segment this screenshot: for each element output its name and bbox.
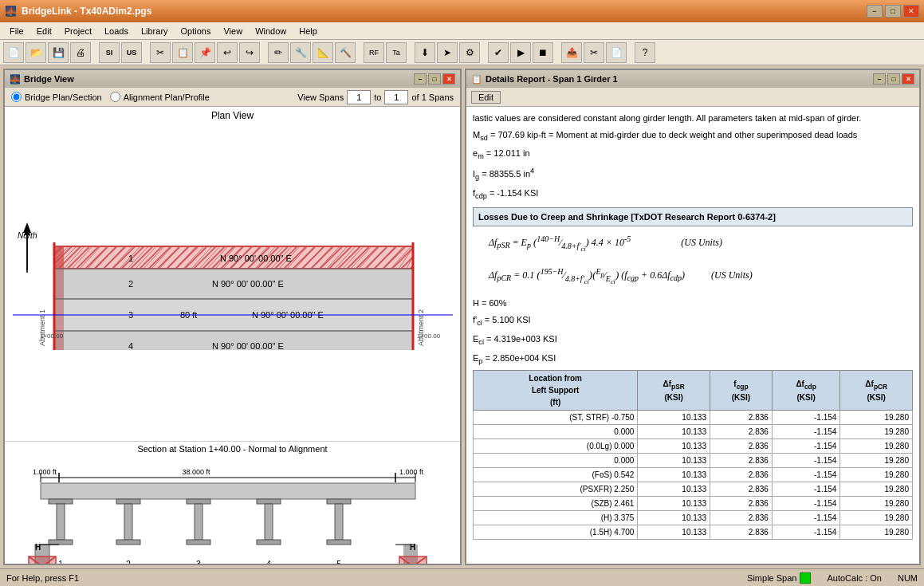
tool2[interactable]: 🔧 <box>290 42 311 63</box>
report-fcdp: fcdp = -1.154 KSI <box>473 187 913 203</box>
save-button[interactable]: 💾 <box>48 42 69 63</box>
menu-file[interactable]: File <box>3 25 30 37</box>
tool3[interactable]: 📐 <box>313 42 333 63</box>
radio-bridge-plan[interactable] <box>11 92 22 102</box>
maximize-button[interactable]: □ <box>885 5 901 18</box>
close-button[interactable]: ✕ <box>903 5 919 18</box>
svg-text:1+00.00: 1+00.00 <box>40 332 64 340</box>
bridge-view-title: Bridge View <box>24 74 74 84</box>
menu-help[interactable]: Help <box>293 25 324 37</box>
autocalc-label: AutoCalc : On <box>827 573 881 583</box>
new-button[interactable]: 📄 <box>3 42 24 63</box>
bridge-icon: 🌉 <box>10 74 21 85</box>
svg-text:5: 5 <box>336 560 341 564</box>
ta-button[interactable]: Ta <box>386 42 407 63</box>
span-from-input[interactable] <box>347 90 371 104</box>
details-title-left: 📋 Details Report - Span 1 Girder 1 <box>471 74 618 85</box>
table-header-fpsr: ΔfpSR(KSI) <box>638 371 710 411</box>
menu-project[interactable]: Project <box>58 25 98 37</box>
menu-window[interactable]: Window <box>249 25 293 37</box>
svg-rect-106 <box>49 540 73 545</box>
details-report-panel: 📋 Details Report - Span 1 Girder 1 − □ ✕… <box>465 69 921 565</box>
minimize-button[interactable]: − <box>867 5 883 18</box>
tool4[interactable]: 🔨 <box>335 42 356 63</box>
report-ep: Ep = 2.850e+004 KSI <box>473 352 913 368</box>
table-row: (ST, STRF) -0.75010.1332.836-1.15419.280 <box>474 411 913 425</box>
export-button[interactable]: 📤 <box>561 42 582 63</box>
menu-library[interactable]: Library <box>135 25 175 37</box>
span-to-input[interactable] <box>384 90 408 104</box>
svg-rect-117 <box>335 504 343 540</box>
section-title: Section at Station 1+40.00 - Normal to A… <box>5 442 460 455</box>
rf-button[interactable]: RF <box>364 42 384 63</box>
undo-button[interactable]: ↩ <box>217 42 238 63</box>
stop-button[interactable]: ⏹ <box>533 42 553 63</box>
svg-text:1.000 ft: 1.000 ft <box>399 468 424 476</box>
report-maximize[interactable]: □ <box>887 73 900 85</box>
svg-text:Abutment 2: Abutment 2 <box>417 309 425 346</box>
radio-alignment-input[interactable] <box>110 92 120 102</box>
paste-button[interactable]: 📌 <box>195 42 215 63</box>
svg-text:1.000 ft: 1.000 ft <box>33 468 57 476</box>
us-button[interactable]: US <box>121 42 142 63</box>
formula-2: ΔfpCR = 0.1 (195−H⁄4.8+f'ci)(Ep⁄Eci) (fc… <box>473 264 913 292</box>
menu-view[interactable]: View <box>217 25 249 37</box>
report-em: em = 12.011 in <box>473 147 913 163</box>
plan-view-svg: North <box>5 123 455 350</box>
svg-rect-112 <box>187 540 210 545</box>
table-row: (H) 3.37510.1332.836-1.15419.280 <box>474 511 913 525</box>
svg-text:Abutment 1: Abutment 1 <box>38 309 46 346</box>
table-row: 0.00010.1332.836-1.15419.280 <box>474 454 913 468</box>
svg-rect-109 <box>116 540 140 545</box>
menu-options[interactable]: Options <box>175 25 218 37</box>
svg-text:2: 2 <box>126 560 131 564</box>
scissors2[interactable]: ✂ <box>584 42 604 63</box>
report-close[interactable]: ✕ <box>902 73 914 85</box>
table-header-fpcr: ΔfpCR(KSI) <box>840 371 913 411</box>
table-header-location: Location fromLeft Support(ft) <box>474 371 638 411</box>
bridge-view-panel: 🌉 Bridge View − □ ✕ Bridge Plan/Section … <box>3 69 462 565</box>
svg-text:N 90° 00' 00.00" E: N 90° 00' 00.00" E <box>212 279 284 289</box>
title-bar-controls: − □ ✕ <box>867 5 919 18</box>
redo-button[interactable]: ↪ <box>239 42 260 63</box>
help-button[interactable]: ? <box>635 42 655 63</box>
si-button[interactable]: SI <box>99 42 120 63</box>
bridge-view-titlebar: 🌉 Bridge View − □ ✕ <box>5 70 460 88</box>
edit-button[interactable]: Edit <box>471 91 501 104</box>
open-button[interactable]: 📂 <box>26 42 46 63</box>
svg-text:H: H <box>410 543 415 552</box>
load-button[interactable]: ⬇ <box>415 42 435 63</box>
svg-text:1: 1 <box>128 254 133 263</box>
copy-button[interactable]: 📋 <box>172 42 193 63</box>
svg-rect-108 <box>124 504 132 540</box>
status-bar: For Help, press F1 Simple Span AutoCalc … <box>0 568 924 586</box>
menu-loads[interactable]: Loads <box>98 25 135 37</box>
details-report-title: Details Report - Span 1 Girder 1 <box>486 74 618 84</box>
panel-controls: − □ ✕ <box>414 73 455 85</box>
radio-plan-section: Bridge Plan/Section <box>11 92 102 102</box>
report-eci: Eci = 4.319e+003 KSI <box>473 332 913 348</box>
tool1[interactable]: ✏ <box>268 42 289 63</box>
report-minimize[interactable]: − <box>873 73 886 85</box>
span-type-label: Simple Span <box>747 573 796 583</box>
svg-text:H: H <box>35 543 41 552</box>
table-row: (FoS) 0.54210.1332.836-1.15419.280 <box>474 468 913 482</box>
check-button[interactable]: ✔ <box>488 42 509 63</box>
run-button[interactable]: ▶ <box>510 42 531 63</box>
svg-rect-114 <box>265 504 273 540</box>
panel-minimize[interactable]: − <box>414 73 427 85</box>
arrow-button[interactable]: ➤ <box>437 42 458 63</box>
table-row: 0.00010.1332.836-1.15419.280 <box>474 425 913 439</box>
menu-bar: File Edit Project Loads Library Options … <box>0 22 924 40</box>
print-button[interactable]: 🖨 <box>70 42 91 63</box>
settings-button[interactable]: ⚙ <box>459 42 480 63</box>
window-title: BridgeLink - Tx40ADim2.pgs <box>22 6 151 17</box>
menu-edit[interactable]: Edit <box>30 25 58 37</box>
panel-maximize[interactable]: □ <box>428 73 441 85</box>
report-content[interactable]: lastic values are considered constant al… <box>466 107 919 564</box>
panel-close[interactable]: ✕ <box>442 73 455 85</box>
svg-text:38.000 ft: 38.000 ft <box>182 468 210 476</box>
cut-button[interactable]: ✂ <box>150 42 171 63</box>
copy2[interactable]: 📄 <box>606 42 627 63</box>
svg-rect-111 <box>195 504 202 540</box>
